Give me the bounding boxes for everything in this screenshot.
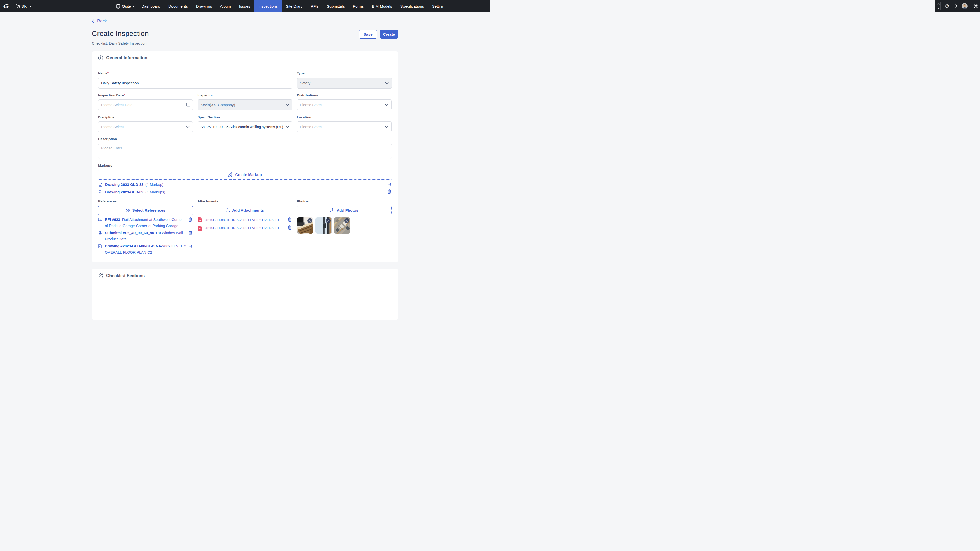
svg-text:?: ? [99,218,101,221]
